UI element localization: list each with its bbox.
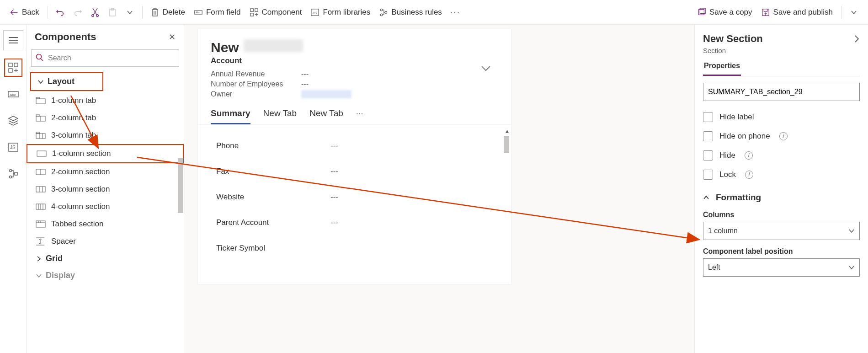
save-copy-icon bbox=[698, 8, 706, 16]
field-row[interactable]: Ticker Symbol bbox=[216, 235, 493, 261]
rail-layers-button[interactable] bbox=[4, 112, 22, 130]
item-tabbed-section[interactable]: Tabbed section bbox=[27, 215, 184, 233]
form-body-scrollbar[interactable]: ▴ bbox=[504, 128, 510, 278]
field-value: --- bbox=[330, 218, 338, 227]
business-rules-label: Business rules bbox=[391, 8, 442, 17]
js-icon: JS bbox=[311, 8, 319, 16]
scrollbar-thumb[interactable] bbox=[178, 158, 183, 213]
group-layout-label: Layout bbox=[48, 77, 75, 86]
field-row[interactable]: Parent Account--- bbox=[216, 210, 493, 235]
save-publish-button[interactable]: Save and publish bbox=[757, 5, 837, 20]
back-button[interactable]: Back bbox=[5, 5, 44, 20]
svg-rect-34 bbox=[37, 151, 46, 156]
field-value: --- bbox=[330, 141, 338, 150]
check-label: Hide bbox=[719, 151, 735, 160]
undo-button[interactable] bbox=[52, 5, 69, 19]
item-3-column-section[interactable]: 3-column section bbox=[27, 181, 184, 198]
item-1-column-tab[interactable]: 1-column tab bbox=[27, 92, 184, 109]
select-value: Left bbox=[708, 263, 720, 272]
chevron-down-icon[interactable] bbox=[481, 65, 491, 71]
item-3-column-tab[interactable]: 3-column tab bbox=[27, 127, 184, 144]
paste-button[interactable] bbox=[104, 5, 121, 19]
delete-button[interactable]: Delete bbox=[146, 5, 190, 20]
component-icon bbox=[250, 8, 258, 16]
search-field bbox=[31, 49, 179, 67]
rail-tree-button[interactable] bbox=[4, 165, 22, 183]
check-hide-label[interactable]: Hide label bbox=[703, 107, 860, 127]
label-position-select[interactable]: Left bbox=[703, 258, 860, 277]
group-grid[interactable]: Grid bbox=[27, 250, 184, 267]
tabs-overflow[interactable]: ··· bbox=[356, 108, 363, 124]
close-icon[interactable]: ✕ bbox=[169, 32, 176, 42]
form-body: Phone--- Fax--- Website--- Parent Accoun… bbox=[198, 124, 511, 284]
info-icon[interactable]: i bbox=[745, 171, 753, 179]
toolbar-separator bbox=[48, 6, 48, 19]
item-spacer[interactable]: Spacer bbox=[27, 233, 184, 250]
design-canvas: New Account Annual Revenue--- Number of … bbox=[184, 25, 694, 353]
item-1-column-section[interactable]: 1-column section bbox=[27, 144, 184, 163]
chevron-right-icon[interactable] bbox=[853, 34, 860, 44]
svg-rect-18 bbox=[14, 63, 18, 67]
field-row[interactable]: Fax--- bbox=[216, 159, 493, 184]
check-lock[interactable]: Locki bbox=[703, 165, 860, 184]
overflow-button[interactable]: ··· bbox=[447, 5, 464, 19]
business-rules-button[interactable]: Business rules bbox=[375, 5, 447, 20]
svg-rect-36 bbox=[36, 187, 45, 192]
scroll-up-icon[interactable]: ▴ bbox=[504, 128, 510, 134]
section-icon bbox=[36, 185, 46, 193]
components-scrollbar[interactable] bbox=[177, 102, 184, 299]
checkbox-icon[interactable] bbox=[703, 170, 713, 180]
svg-point-13 bbox=[385, 11, 387, 13]
hdr-field-label: Annual Revenue bbox=[211, 70, 293, 78]
save-copy-button[interactable]: Save a copy bbox=[693, 5, 757, 20]
check-hide[interactable]: Hidei bbox=[703, 146, 860, 165]
formatting-header[interactable]: Formatting bbox=[703, 184, 860, 207]
checkbox-icon[interactable] bbox=[703, 131, 713, 141]
checkbox-icon[interactable] bbox=[703, 112, 713, 122]
tab-summary[interactable]: Summary bbox=[211, 108, 250, 124]
item-label: 2-column tab bbox=[51, 113, 96, 123]
scrollbar-thumb[interactable] bbox=[504, 136, 509, 153]
tab-new-1[interactable]: New Tab bbox=[263, 108, 297, 124]
group-layout[interactable]: Layout bbox=[30, 72, 103, 91]
svg-text:JS: JS bbox=[10, 145, 16, 150]
search-input[interactable] bbox=[31, 49, 179, 67]
columns-select[interactable]: 1 column bbox=[703, 222, 860, 240]
tab-new-2[interactable]: New Tab bbox=[309, 108, 343, 124]
save-publish-label: Save and publish bbox=[773, 8, 833, 17]
components-title: Components bbox=[35, 31, 96, 43]
info-icon[interactable]: i bbox=[745, 151, 753, 160]
form-card[interactable]: New Account Annual Revenue--- Number of … bbox=[198, 29, 511, 284]
redo-icon bbox=[74, 8, 82, 16]
svg-point-1 bbox=[96, 14, 98, 16]
section-icon bbox=[36, 203, 46, 211]
rail-js-button[interactable]: JS bbox=[4, 138, 22, 156]
save-dropdown[interactable] bbox=[845, 5, 863, 19]
group-display[interactable]: Display bbox=[27, 267, 184, 284]
paste-dropdown[interactable] bbox=[121, 5, 138, 19]
redo-button[interactable] bbox=[69, 5, 86, 19]
rules-icon bbox=[379, 8, 388, 16]
form-field-button[interactable]: Abc Form field bbox=[190, 5, 245, 20]
props-tab-properties[interactable]: Properties bbox=[703, 59, 741, 76]
field-row[interactable]: Phone--- bbox=[216, 133, 493, 159]
component-button[interactable]: Component bbox=[245, 5, 307, 20]
check-hide-phone[interactable]: Hide on phonei bbox=[703, 127, 860, 146]
item-2-column-tab[interactable]: 2-column tab bbox=[27, 109, 184, 127]
field-row[interactable]: Website--- bbox=[216, 184, 493, 210]
item-4-column-section[interactable]: 4-column section bbox=[27, 198, 184, 215]
item-2-column-section[interactable]: 2-column section bbox=[27, 163, 184, 181]
cut-button[interactable] bbox=[86, 5, 104, 19]
rail-formfield-button[interactable]: Abc bbox=[4, 85, 22, 103]
form-entity: Account bbox=[211, 56, 498, 65]
svg-point-26 bbox=[9, 176, 11, 178]
section-icon bbox=[37, 150, 47, 158]
section-name-input[interactable] bbox=[703, 83, 860, 101]
props-subtitle: Section bbox=[703, 47, 860, 54]
form-libraries-button[interactable]: JS Form libraries bbox=[306, 5, 375, 20]
checkbox-icon[interactable] bbox=[703, 150, 713, 160]
info-icon[interactable]: i bbox=[779, 132, 788, 140]
hdr-field-value: --- bbox=[301, 70, 309, 78]
hamburger-button[interactable] bbox=[3, 30, 23, 50]
rail-components-button[interactable] bbox=[4, 59, 22, 77]
